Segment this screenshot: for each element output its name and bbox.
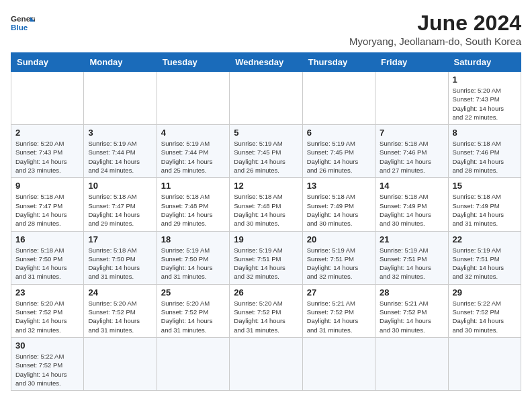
day-info: Sunrise: 5:18 AM Sunset: 7:47 PM Dayligh… <box>15 192 79 228</box>
day-number: 15 <box>453 181 517 191</box>
day-info: Sunrise: 5:20 AM Sunset: 7:43 PM Dayligh… <box>453 86 517 122</box>
day-number: 1 <box>453 75 517 85</box>
calendar-cell: 13Sunrise: 5:18 AM Sunset: 7:49 PM Dayli… <box>302 178 375 231</box>
calendar-cell: 10Sunrise: 5:18 AM Sunset: 7:47 PM Dayli… <box>84 178 157 231</box>
calendar-cell: 11Sunrise: 5:18 AM Sunset: 7:48 PM Dayli… <box>157 178 229 231</box>
title-area: June 2024 Myoryang, Jeollanam-do, South … <box>349 11 521 47</box>
calendar-cell: 16Sunrise: 5:18 AM Sunset: 7:50 PM Dayli… <box>11 231 84 284</box>
calendar-cell <box>11 72 84 125</box>
day-info: Sunrise: 5:18 AM Sunset: 7:46 PM Dayligh… <box>380 139 443 175</box>
day-info: Sunrise: 5:19 AM Sunset: 7:50 PM Dayligh… <box>161 246 225 281</box>
calendar-cell <box>230 337 302 390</box>
day-number: 23 <box>15 287 79 298</box>
day-number: 22 <box>453 234 517 244</box>
calendar-week-2: 2Sunrise: 5:20 AM Sunset: 7:43 PM Daylig… <box>11 125 521 178</box>
day-info: Sunrise: 5:18 AM Sunset: 7:46 PM Dayligh… <box>453 139 517 175</box>
calendar-cell: 9Sunrise: 5:18 AM Sunset: 7:47 PM Daylig… <box>11 178 84 231</box>
calendar-cell <box>230 72 302 125</box>
calendar-cell: 18Sunrise: 5:19 AM Sunset: 7:50 PM Dayli… <box>157 231 229 284</box>
calendar-cell <box>375 337 448 390</box>
day-info: Sunrise: 5:19 AM Sunset: 7:51 PM Dayligh… <box>234 246 298 281</box>
calendar-cell: 4Sunrise: 5:19 AM Sunset: 7:44 PM Daylig… <box>157 125 229 178</box>
calendar-cell: 23Sunrise: 5:20 AM Sunset: 7:52 PM Dayli… <box>11 284 84 337</box>
page-header: General Blue June 2024 Myoryang, Jeollan… <box>11 11 521 47</box>
calendar-cell <box>84 72 157 125</box>
day-info: Sunrise: 5:21 AM Sunset: 7:52 PM Dayligh… <box>307 299 371 334</box>
day-number: 20 <box>307 234 371 244</box>
month-title: June 2024 <box>349 11 521 36</box>
day-number: 6 <box>307 128 371 138</box>
day-info: Sunrise: 5:19 AM Sunset: 7:51 PM Dayligh… <box>307 246 371 281</box>
day-number: 19 <box>234 234 298 244</box>
calendar-week-5: 23Sunrise: 5:20 AM Sunset: 7:52 PM Dayli… <box>11 284 521 337</box>
calendar-cell: 30Sunrise: 5:22 AM Sunset: 7:52 PM Dayli… <box>11 337 84 390</box>
day-info: Sunrise: 5:20 AM Sunset: 7:52 PM Dayligh… <box>161 299 225 334</box>
calendar-cell: 5Sunrise: 5:19 AM Sunset: 7:45 PM Daylig… <box>230 125 302 178</box>
day-number: 24 <box>88 287 152 298</box>
calendar-cell <box>84 337 157 390</box>
day-number: 28 <box>380 287 443 298</box>
day-number: 16 <box>15 234 79 244</box>
header-sunday: Sunday <box>11 53 84 72</box>
day-info: Sunrise: 5:19 AM Sunset: 7:51 PM Dayligh… <box>380 246 443 281</box>
header-tuesday: Tuesday <box>157 53 229 72</box>
calendar-cell: 25Sunrise: 5:20 AM Sunset: 7:52 PM Dayli… <box>157 284 229 337</box>
day-info: Sunrise: 5:20 AM Sunset: 7:43 PM Dayligh… <box>15 139 79 175</box>
calendar-cell: 22Sunrise: 5:19 AM Sunset: 7:51 PM Dayli… <box>448 231 521 284</box>
calendar-week-3: 9Sunrise: 5:18 AM Sunset: 7:47 PM Daylig… <box>11 178 521 231</box>
day-number: 29 <box>453 287 517 298</box>
day-info: Sunrise: 5:20 AM Sunset: 7:52 PM Dayligh… <box>88 299 152 334</box>
day-info: Sunrise: 5:18 AM Sunset: 7:48 PM Dayligh… <box>161 192 225 228</box>
day-info: Sunrise: 5:20 AM Sunset: 7:52 PM Dayligh… <box>15 299 79 334</box>
calendar-week-6: 30Sunrise: 5:22 AM Sunset: 7:52 PM Dayli… <box>11 337 521 390</box>
location: Myoryang, Jeollanam-do, South Korea <box>349 36 521 47</box>
day-number: 21 <box>380 234 443 244</box>
day-number: 4 <box>161 128 225 138</box>
day-number: 3 <box>88 128 152 138</box>
calendar-cell: 17Sunrise: 5:18 AM Sunset: 7:50 PM Dayli… <box>84 231 157 284</box>
day-info: Sunrise: 5:19 AM Sunset: 7:45 PM Dayligh… <box>307 139 371 175</box>
day-info: Sunrise: 5:19 AM Sunset: 7:44 PM Dayligh… <box>88 139 152 175</box>
header-thursday: Thursday <box>302 53 375 72</box>
logo: General Blue <box>11 11 35 35</box>
calendar-cell: 12Sunrise: 5:18 AM Sunset: 7:48 PM Dayli… <box>230 178 302 231</box>
day-number: 10 <box>88 181 152 191</box>
day-info: Sunrise: 5:19 AM Sunset: 7:44 PM Dayligh… <box>161 139 225 175</box>
calendar-cell: 6Sunrise: 5:19 AM Sunset: 7:45 PM Daylig… <box>302 125 375 178</box>
day-info: Sunrise: 5:21 AM Sunset: 7:52 PM Dayligh… <box>380 299 443 334</box>
day-number: 27 <box>307 287 371 298</box>
calendar-cell: 19Sunrise: 5:19 AM Sunset: 7:51 PM Dayli… <box>230 231 302 284</box>
calendar-cell <box>157 72 229 125</box>
calendar-cell <box>375 72 448 125</box>
day-info: Sunrise: 5:18 AM Sunset: 7:49 PM Dayligh… <box>380 192 443 228</box>
calendar-header-row: SundayMondayTuesdayWednesdayThursdayFrid… <box>11 53 521 72</box>
day-info: Sunrise: 5:18 AM Sunset: 7:47 PM Dayligh… <box>88 192 152 228</box>
header-friday: Friday <box>375 53 448 72</box>
calendar-cell: 8Sunrise: 5:18 AM Sunset: 7:46 PM Daylig… <box>448 125 521 178</box>
day-info: Sunrise: 5:22 AM Sunset: 7:52 PM Dayligh… <box>453 299 517 334</box>
day-number: 11 <box>161 181 225 191</box>
day-info: Sunrise: 5:20 AM Sunset: 7:52 PM Dayligh… <box>234 299 298 334</box>
day-number: 7 <box>380 128 443 138</box>
day-number: 2 <box>15 128 79 138</box>
calendar-cell: 21Sunrise: 5:19 AM Sunset: 7:51 PM Dayli… <box>375 231 448 284</box>
day-number: 18 <box>161 234 225 244</box>
day-info: Sunrise: 5:18 AM Sunset: 7:50 PM Dayligh… <box>88 246 152 281</box>
calendar-cell: 2Sunrise: 5:20 AM Sunset: 7:43 PM Daylig… <box>11 125 84 178</box>
calendar-cell: 7Sunrise: 5:18 AM Sunset: 7:46 PM Daylig… <box>375 125 448 178</box>
logo-icon: General Blue <box>11 11 35 35</box>
calendar-cell <box>448 337 521 390</box>
calendar-cell <box>157 337 229 390</box>
day-info: Sunrise: 5:18 AM Sunset: 7:49 PM Dayligh… <box>307 192 371 228</box>
day-info: Sunrise: 5:22 AM Sunset: 7:52 PM Dayligh… <box>15 352 79 387</box>
day-number: 9 <box>15 181 79 191</box>
header-monday: Monday <box>84 53 157 72</box>
day-number: 30 <box>15 340 79 351</box>
calendar-cell: 29Sunrise: 5:22 AM Sunset: 7:52 PM Dayli… <box>448 284 521 337</box>
day-info: Sunrise: 5:19 AM Sunset: 7:45 PM Dayligh… <box>234 139 298 175</box>
day-info: Sunrise: 5:19 AM Sunset: 7:51 PM Dayligh… <box>453 246 517 281</box>
day-number: 26 <box>234 287 298 298</box>
day-number: 17 <box>88 234 152 244</box>
day-info: Sunrise: 5:18 AM Sunset: 7:48 PM Dayligh… <box>234 192 298 228</box>
day-number: 25 <box>161 287 225 298</box>
